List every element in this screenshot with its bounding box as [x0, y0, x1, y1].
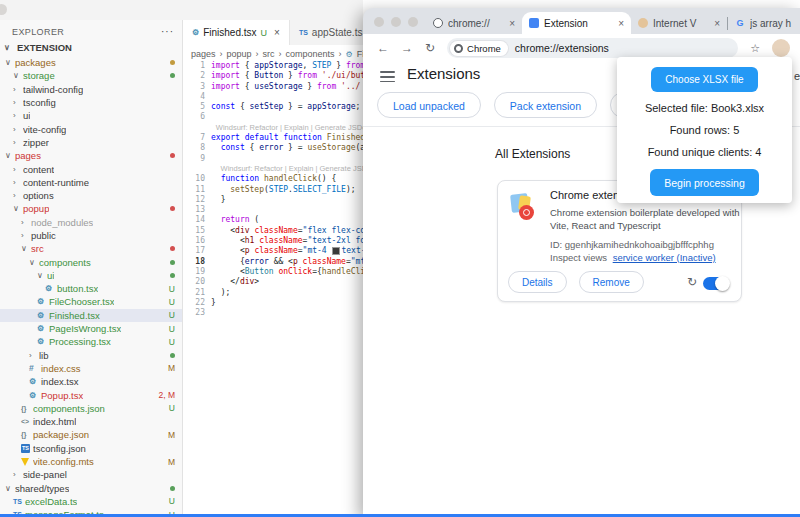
react-file-icon: ⚙	[45, 284, 57, 293]
load-unpacked-button[interactable]: Load unpacked	[377, 92, 481, 118]
close-tab-icon[interactable]: ×	[509, 18, 515, 29]
line-number: 20	[183, 277, 211, 287]
begin-processing-button[interactable]: Begin processing	[650, 169, 759, 196]
tree-folder-item[interactable]: ∨ui	[0, 269, 182, 282]
line-number: 14	[183, 215, 211, 225]
chevron-right-icon: ›	[13, 191, 23, 200]
tree-file-item[interactable]: ⚙PageIsWrong.tsxU	[0, 322, 182, 335]
close-tab-icon[interactable]: ×	[274, 27, 280, 38]
tree-file-item[interactable]: ⚙Processing.tsxU	[0, 335, 182, 348]
tree-item-label: content	[23, 164, 54, 175]
chevron-down-icon: ∨	[13, 204, 23, 213]
tree-file-item[interactable]: {}components.jsonU	[0, 402, 182, 415]
tree-file-item[interactable]: TSexcelData.tsU	[0, 495, 182, 508]
chevron-right-icon: ›	[13, 98, 23, 107]
breadcrumb-item[interactable]: pages	[191, 49, 216, 59]
changes-dot-icon	[170, 246, 175, 251]
chevron-right-icon: ›	[29, 351, 39, 360]
editor-tab-finished-tsx[interactable]: ⚙Finished.tsxU×	[183, 20, 290, 45]
reload-icon[interactable]: ↻	[425, 41, 435, 55]
choose-xlsx-button[interactable]: Choose XLSX file	[651, 67, 757, 92]
extension-popup: Choose XLSX file Selected file: Book3.xl…	[617, 57, 792, 203]
pack-extension-button[interactable]: Pack extension	[494, 92, 597, 118]
tree-file-item[interactable]: {}package.jsonM	[0, 428, 182, 441]
profile-avatar[interactable]	[772, 39, 790, 57]
tree-item-label: storage	[23, 70, 55, 81]
breadcrumb-separator-icon: ›	[256, 49, 259, 59]
tree-folder-item[interactable]: ›options	[0, 189, 182, 202]
menu-icon[interactable]	[380, 71, 395, 85]
line-number: 11	[183, 185, 211, 195]
tree-folder-item[interactable]: ›content	[0, 162, 182, 175]
tree-folder-item[interactable]: ›public	[0, 229, 182, 242]
breadcrumb-item[interactable]: popup	[227, 49, 252, 59]
tree-item-label: popup	[23, 203, 49, 214]
chip-label: Chrome	[467, 43, 501, 54]
tree-file-item[interactable]: ⚙index.tsx	[0, 375, 182, 388]
maximize-window-icon[interactable]	[408, 17, 418, 27]
breadcrumb-item[interactable]: components	[286, 49, 335, 59]
tree-folder-item[interactable]: ∨pages	[0, 149, 182, 162]
tree-file-item[interactable]: #index.cssM	[0, 362, 182, 375]
tree-file-item[interactable]: ⚙Finished.tsxU	[0, 309, 182, 322]
breadcrumb-item[interactable]: src	[263, 49, 275, 59]
tree-folder-item[interactable]: ›ui	[0, 109, 182, 122]
tree-folder-item[interactable]: ∨packages	[0, 56, 182, 69]
close-tab-icon[interactable]: ×	[618, 18, 624, 29]
tree-folder-item[interactable]: ›content-runtime	[0, 176, 182, 189]
tree-file-item[interactable]: ⚙Popup.tsx2, M	[0, 388, 182, 401]
more-actions-icon[interactable]: ···	[161, 26, 174, 37]
browser-tab-internet-v[interactable]: Internet V×	[631, 12, 727, 34]
tree-item-label: ui	[23, 110, 30, 121]
extension-reload-icon[interactable]: ↻	[687, 275, 697, 289]
git-status-badge: M	[168, 430, 175, 440]
tree-file-item[interactable]: ⚙FileChooser.tsxU	[0, 295, 182, 308]
tree-folder-item[interactable]: ›vite-config	[0, 122, 182, 135]
line-number: 17	[183, 246, 211, 256]
browser-tab-js-array-h[interactable]: Gjs array h×	[728, 12, 800, 34]
tree-file-item[interactable]: ⚙button.tsxU	[0, 282, 182, 295]
tree-item-label: zipper	[23, 137, 49, 148]
extension-toggle[interactable]	[703, 277, 729, 290]
tree-file-item[interactable]: TStsconfig.json	[0, 442, 182, 455]
close-window-icon[interactable]	[374, 17, 384, 27]
tree-folder-item[interactable]: ∨storage	[0, 69, 182, 82]
tree-folder-item[interactable]: ›lib	[0, 349, 182, 362]
close-tab-icon[interactable]: ×	[714, 18, 720, 29]
page-title: Extensions	[407, 65, 480, 82]
window-control-icon[interactable]	[0, 4, 7, 15]
tree-item-label: vite.config.mts	[33, 456, 94, 467]
tree-file-item[interactable]: <>index.html	[0, 415, 182, 428]
line-number: 5	[183, 102, 211, 112]
react-file-icon: ⚙	[192, 28, 199, 37]
details-button[interactable]: Details	[508, 271, 567, 293]
service-worker-link[interactable]: service worker (Inactive)	[613, 252, 716, 263]
extension-icon	[510, 193, 540, 223]
tree-folder-item[interactable]: ∨popup	[0, 202, 182, 215]
address-bar[interactable]: Chrome chrome://extensions	[447, 38, 738, 58]
tree-folder-item[interactable]: ∨src	[0, 242, 182, 255]
browser-tab-extension[interactable]: Extension×	[522, 12, 631, 34]
changes-dot-icon	[170, 260, 175, 265]
tree-folder-item[interactable]: ›side-panel	[0, 468, 182, 481]
tree-folder-item[interactable]: ›tailwind-config	[0, 83, 182, 96]
line-number: 2	[183, 71, 211, 81]
tree-folder-item[interactable]: ∨components	[0, 255, 182, 268]
tree-folder-item[interactable]: ∨shared/types	[0, 482, 182, 495]
react-file-icon: ⚙	[29, 377, 41, 386]
remove-button[interactable]: Remove	[579, 271, 644, 293]
tree-file-item[interactable]: vite.config.mtsM	[0, 455, 182, 468]
chevron-down-icon: ∨	[29, 258, 39, 267]
explorer-section-header[interactable]: ∨ EXTENSION	[4, 42, 72, 53]
back-icon[interactable]: ←	[377, 41, 389, 55]
tree-folder-item[interactable]: ›tsconfig	[0, 96, 182, 109]
tree-folder-item[interactable]: ›node_modules	[0, 216, 182, 229]
tree-folder-item[interactable]: ›zipper	[0, 136, 182, 149]
browser-tabstrip: chrome://×Extension×Internet V×Gjs array…	[363, 8, 800, 34]
forward-icon[interactable]: →	[401, 41, 413, 55]
bookmark-star-icon[interactable]: ☆	[750, 42, 760, 55]
tree-item-label: excelData.ts	[25, 496, 77, 507]
minimize-window-icon[interactable]	[391, 17, 401, 27]
browser-tab-chrome-[interactable]: chrome://×	[426, 12, 522, 34]
line-number: 19	[183, 267, 211, 277]
